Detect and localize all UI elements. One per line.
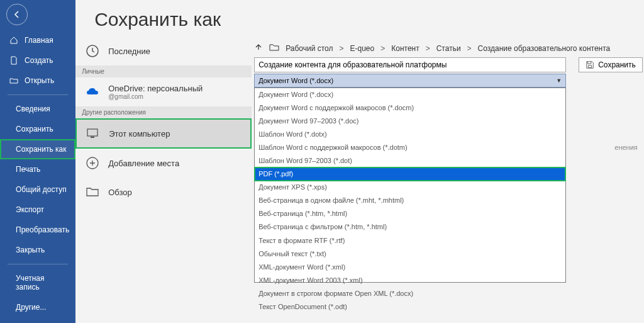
- nav-info[interactable]: Сведения: [0, 99, 75, 119]
- nav-close[interactable]: Закрыть: [0, 240, 75, 260]
- folder-icon: [84, 184, 101, 200]
- nav-label: Создать: [25, 56, 53, 65]
- filetype-option[interactable]: Документ Word (*.docx): [255, 88, 565, 101]
- filetype-option[interactable]: PDF (*.pdf): [255, 167, 565, 181]
- filetype-option[interactable]: Веб-страница с фильтром (*.htm, *.html): [255, 220, 565, 234]
- page-title: Сохранить как: [75, 0, 644, 37]
- crumb[interactable]: E-queo: [350, 44, 375, 53]
- filetype-option[interactable]: Веб-страница в одном файле (*.mht, *.mht…: [255, 194, 565, 207]
- filename-row: Документ Word (*.docx) ▼ Документ Word (…: [254, 57, 643, 283]
- nav-export[interactable]: Экспорт: [0, 200, 75, 220]
- locations-column: Последние Личные OneDrive: персональный …: [75, 37, 252, 323]
- save-icon: [586, 60, 594, 69]
- breadcrumb: Рабочий стол> E-queo> Контент> Статьи> С…: [254, 43, 643, 54]
- back-button[interactable]: [6, 4, 28, 25]
- location-browse[interactable]: Обзор: [75, 178, 252, 207]
- section-personal: Личные: [75, 65, 252, 77]
- nav-more[interactable]: Другие...: [0, 297, 75, 317]
- filetype-option[interactable]: Документ Word с поддержкой макросов (*.d…: [255, 101, 565, 115]
- location-this-pc[interactable]: Этот компьютер: [75, 118, 252, 149]
- crumb[interactable]: Создание образовательного контента: [478, 44, 611, 53]
- truncated-text: енения: [614, 144, 638, 151]
- clock-icon: [84, 43, 101, 59]
- filetype-option[interactable]: Текст в формате RTF (*.rtf): [255, 234, 565, 247]
- save-label: Сохранить: [598, 60, 636, 69]
- nav-print[interactable]: Печать: [0, 159, 75, 179]
- location-onedrive[interactable]: OneDrive: персональный @gmail.com: [75, 77, 252, 106]
- cloud-icon: [84, 84, 101, 100]
- nav-open[interactable]: Открыть: [0, 71, 75, 91]
- main-body: Последние Личные OneDrive: персональный …: [75, 37, 644, 323]
- location-add-place[interactable]: Добавление места: [75, 149, 252, 178]
- location-recent[interactable]: Последние: [75, 37, 252, 65]
- save-panel: Рабочий стол> E-queo> Контент> Статьи> С…: [252, 37, 644, 323]
- nav-label: Главная: [25, 36, 53, 45]
- nav-divider: [8, 94, 68, 95]
- filetype-option[interactable]: XML-документ Word 2003 (*.xml): [255, 274, 565, 287]
- nav-label: Открыть: [25, 76, 54, 85]
- filetype-option[interactable]: XML-документ Word (*.xml): [255, 261, 565, 274]
- location-label: Обзор: [108, 188, 132, 197]
- filetype-option[interactable]: Документ Word 97–2003 (*.doc): [255, 115, 565, 128]
- chevron-down-icon: ▼: [556, 77, 562, 84]
- save-button[interactable]: Сохранить: [579, 57, 643, 72]
- pc-icon: [85, 125, 101, 142]
- crumb[interactable]: Контент: [391, 44, 419, 53]
- svg-rect-2: [91, 137, 94, 138]
- onedrive-title: OneDrive: персональный: [108, 84, 203, 93]
- filetype-option[interactable]: Текст OpenDocument (*.odt): [255, 300, 565, 314]
- up-arrow-icon[interactable]: [254, 43, 263, 54]
- nav-divider: [8, 264, 68, 264]
- filetype-option[interactable]: Веб-страница (*.htm, *.html): [255, 207, 565, 220]
- svg-rect-1: [87, 129, 97, 136]
- filetype-select[interactable]: Документ Word (*.docx) ▼: [254, 74, 566, 88]
- nav-save[interactable]: Сохранить: [0, 119, 75, 139]
- filename-input[interactable]: [254, 57, 566, 72]
- crumb[interactable]: Статьи: [436, 44, 461, 53]
- filetype-option[interactable]: Шаблон Word 97–2003 (*.dot): [255, 154, 565, 167]
- filetype-dropdown: Документ Word (*.docx)Документ Word с по…: [254, 88, 566, 283]
- plus-icon: [84, 155, 101, 171]
- filetype-option[interactable]: Документ в строгом формате Open XML (*.d…: [255, 287, 565, 300]
- filetype-option[interactable]: Шаблон Word с поддержкой макросов (*.dot…: [255, 141, 565, 154]
- backstage-sidebar: Главная Создать Открыть Сведения Сохрани…: [0, 0, 75, 323]
- onedrive-email: @gmail.com: [108, 93, 203, 100]
- arrow-left-icon: [12, 9, 22, 20]
- folder-open-icon: [9, 76, 18, 85]
- nav-new[interactable]: Создать: [0, 50, 75, 71]
- filetype-value: Документ Word (*.docx): [258, 77, 333, 84]
- nav-save-as[interactable]: Сохранить как: [0, 139, 75, 159]
- filetype-option[interactable]: Обычный текст (*.txt): [255, 247, 565, 261]
- filename-box: Документ Word (*.docx) ▼ Документ Word (…: [254, 57, 566, 283]
- location-label: Этот компьютер: [109, 129, 170, 139]
- location-label: Последние: [108, 47, 150, 56]
- nav-transform[interactable]: Преобразовать: [0, 220, 75, 240]
- nav-account[interactable]: Учетная запись: [0, 268, 75, 297]
- filetype-option[interactable]: Документ XPS (*.xps): [255, 181, 565, 194]
- doc-icon: [9, 56, 18, 65]
- location-label: Добавление места: [108, 159, 179, 168]
- home-icon: [9, 36, 18, 45]
- nav-home[interactable]: Главная: [0, 30, 75, 50]
- main-area: Сохранить как Последние Личные OneDrive:…: [75, 0, 644, 323]
- section-other: Другие расположения: [75, 106, 252, 118]
- folder-icon: [269, 43, 279, 54]
- crumb[interactable]: Рабочий стол: [286, 44, 333, 53]
- filetype-option[interactable]: Шаблон Word (*.dotx): [255, 128, 565, 141]
- nav-share[interactable]: Общий доступ: [0, 179, 75, 200]
